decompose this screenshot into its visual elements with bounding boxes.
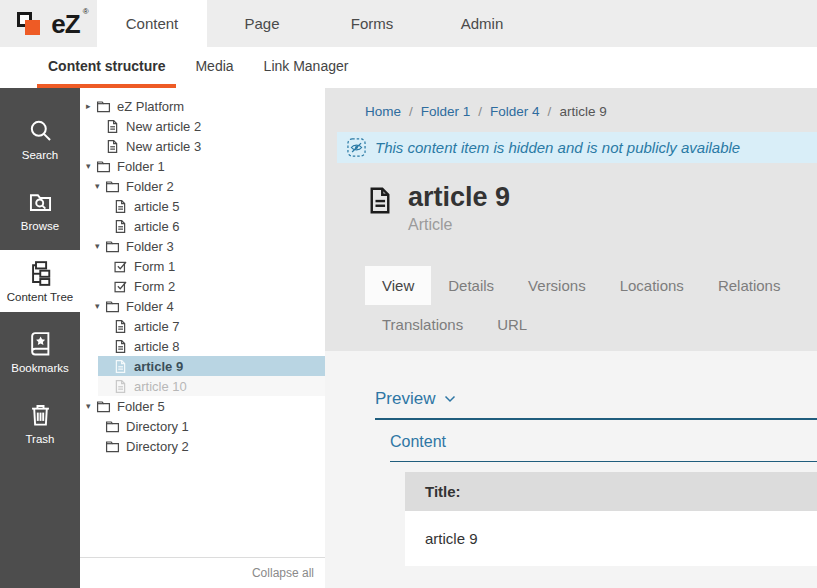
trash-icon [27, 401, 54, 428]
hidden-eye-icon [347, 138, 366, 157]
tree-item-new-article-3[interactable]: New article 3 [80, 136, 325, 156]
tree-item-new-article-2[interactable]: New article 2 [80, 116, 325, 136]
tab-translations[interactable]: Translations [365, 305, 480, 344]
ez-logo-text: eZ® [51, 11, 79, 37]
tree-item-label: article 9 [134, 359, 183, 374]
content-tree-panel: ▸eZ PlatformNew article 2New article 3▾F… [80, 88, 325, 588]
tree-item-directory-2[interactable]: Directory 2 [80, 436, 325, 456]
tab-relations[interactable]: Relations [701, 266, 798, 305]
view-section: Preview Content Title:article 9 [325, 351, 817, 588]
collapse-arrow-icon[interactable]: ▾ [86, 162, 96, 171]
form-icon [113, 279, 128, 294]
browse-icon [27, 188, 54, 215]
tree-item-label: Folder 5 [117, 399, 165, 414]
tree-item-folder-5[interactable]: ▾Folder 5 [80, 396, 325, 416]
topbar-tab-forms[interactable]: Forms [317, 0, 427, 47]
tree-item-folder-1[interactable]: ▾Folder 1 [80, 156, 325, 176]
bookmarks-icon [27, 330, 54, 357]
article-icon [105, 139, 120, 154]
page-header: article 9 Article [365, 181, 817, 234]
collapse-arrow-icon[interactable]: ▾ [95, 302, 105, 311]
article-icon [113, 339, 128, 354]
chevron-down-icon [444, 395, 456, 403]
content-tabs: ViewDetailsVersionsLocationsRelations Tr… [365, 266, 817, 344]
field-name: Title: [405, 472, 817, 511]
tree-item-ez-platform[interactable]: ▸eZ Platform [80, 96, 325, 116]
collapse-arrow-icon[interactable]: ▾ [86, 402, 96, 411]
tree-item-form-1[interactable]: Form 1 [80, 256, 325, 276]
breadcrumb-article-9: article 9 [559, 104, 606, 119]
field-table: Title:article 9 [405, 472, 817, 566]
tree-item-form-2[interactable]: Form 2 [80, 276, 325, 296]
sidebar-item-browse[interactable]: Browse [0, 179, 80, 241]
sidebar-item-content-tree[interactable]: Content Tree [0, 250, 80, 312]
tree-item-directory-1[interactable]: Directory 1 [80, 416, 325, 436]
tree-item-label: Folder 3 [126, 239, 174, 254]
tree-item-folder-4[interactable]: ▾Folder 4 [80, 296, 325, 316]
topbar-tab-content[interactable]: Content [97, 0, 207, 47]
sidebar-item-label: Search [22, 149, 58, 161]
tree-item-article-6[interactable]: article 6 [80, 216, 325, 236]
tree-item-folder-2[interactable]: ▾Folder 2 [80, 176, 325, 196]
tab-url[interactable]: URL [480, 305, 544, 344]
breadcrumb-folder-4[interactable]: Folder 4 [490, 104, 540, 119]
tab-view[interactable]: View [365, 266, 431, 305]
tree-item-article-9[interactable]: article 9 [80, 356, 325, 376]
folder-icon [105, 419, 120, 434]
tree-item-label: New article 2 [126, 119, 201, 134]
field-value: article 9 [405, 511, 817, 566]
preview-toggle[interactable]: Preview [375, 389, 817, 420]
tree-item-article-7[interactable]: article 7 [80, 316, 325, 336]
left-sidebar: SearchBrowseContent TreeBookmarksTrash [0, 88, 80, 588]
breadcrumb-separator: / [548, 104, 552, 119]
tree-item-folder-3[interactable]: ▾Folder 3 [80, 236, 325, 256]
subnav-tab-media[interactable]: Media [184, 47, 244, 88]
topbar-tab-page[interactable]: Page [207, 0, 317, 47]
breadcrumb-separator: / [478, 104, 482, 119]
tree-item-article-10[interactable]: article 10 [80, 376, 325, 396]
collapse-arrow-icon[interactable]: ▾ [95, 182, 105, 191]
ez-platform-admin: eZ® ContentPageFormsAdmin Content struct… [0, 0, 817, 588]
registered-mark: ® [83, 8, 88, 16]
folder-icon [105, 299, 120, 314]
page-title: article 9 [408, 181, 510, 213]
preview-label: Preview [375, 389, 435, 409]
sidebar-item-search[interactable]: Search [0, 108, 80, 170]
tab-locations[interactable]: Locations [603, 266, 701, 305]
tree-item-label: New article 3 [126, 139, 201, 154]
breadcrumb-folder-1[interactable]: Folder 1 [421, 104, 471, 119]
folder-icon [105, 239, 120, 254]
sidebar-item-label: Content Tree [7, 291, 73, 303]
alert-text: This content item is hidden and is not p… [375, 139, 740, 156]
ez-logo[interactable]: eZ® [0, 0, 97, 47]
article-icon [113, 319, 128, 334]
breadcrumb: Home/Folder 1/Folder 4/article 9 [325, 88, 817, 119]
tree-item-label: article 6 [134, 219, 180, 234]
tree-item-article-8[interactable]: article 8 [80, 336, 325, 356]
expand-arrow-icon[interactable]: ▸ [86, 102, 96, 111]
collapse-all-button[interactable]: Collapse all [80, 557, 325, 588]
main-content: Home/Folder 1/Folder 4/article 9 This co… [325, 88, 817, 588]
subnav-tab-content-structure[interactable]: Content structure [37, 47, 176, 88]
tree-item-article-5[interactable]: article 5 [80, 196, 325, 216]
folder-icon [96, 99, 111, 114]
breadcrumb-home[interactable]: Home [365, 104, 401, 119]
top-bar: eZ® ContentPageFormsAdmin [0, 0, 817, 47]
tree-item-label: Directory 1 [126, 419, 189, 434]
tab-versions[interactable]: Versions [511, 266, 603, 305]
content-type-label: Article [408, 216, 510, 234]
topbar-tab-admin[interactable]: Admin [427, 0, 537, 47]
content-tree: ▸eZ PlatformNew article 2New article 3▾F… [80, 96, 325, 456]
tree-item-label: eZ Platform [117, 99, 184, 114]
tab-details[interactable]: Details [431, 266, 511, 305]
collapse-arrow-icon[interactable]: ▾ [95, 242, 105, 251]
sidebar-item-trash[interactable]: Trash [0, 392, 80, 454]
topbar-tabs: ContentPageFormsAdmin [97, 0, 537, 47]
sidebar-item-label: Trash [26, 433, 55, 445]
tree-item-label: article 10 [134, 379, 187, 394]
article-icon [113, 379, 128, 394]
article-icon [365, 183, 395, 218]
sidebar-item-bookmarks[interactable]: Bookmarks [0, 321, 80, 383]
folder-icon [105, 179, 120, 194]
subnav-tab-link-manager[interactable]: Link Manager [253, 47, 360, 88]
